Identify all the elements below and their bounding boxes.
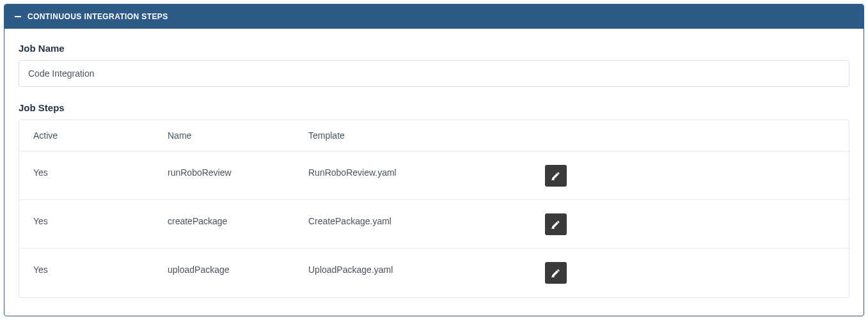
table-row: Yes uploadPackage UploadPackage.yaml [19, 249, 849, 297]
edit-button[interactable] [545, 262, 567, 284]
cell-name: runRoboReview [154, 156, 294, 196]
col-header-actions [531, 125, 849, 146]
col-header-name: Name [154, 120, 294, 151]
svg-rect-0 [15, 16, 21, 17]
cell-template: CreatePackage.yaml [294, 204, 531, 244]
job-steps-table: Active Name Template Yes runRoboReview R… [19, 120, 849, 298]
ci-steps-panel: CONTINUOUS INTEGRATION STEPS Job Name Jo… [4, 4, 864, 316]
col-header-active: Active [19, 120, 154, 151]
edit-button[interactable] [545, 213, 567, 235]
panel-body: Job Name Job Steps Active Name Template … [4, 29, 864, 316]
job-steps-label: Job Steps [19, 102, 849, 113]
panel-title: CONTINUOUS INTEGRATION STEPS [28, 12, 168, 21]
panel-header[interactable]: CONTINUOUS INTEGRATION STEPS [4, 4, 864, 29]
edit-button[interactable] [545, 165, 567, 187]
cell-active: Yes [19, 156, 154, 196]
minus-icon [15, 13, 21, 20]
cell-name: uploadPackage [154, 253, 294, 293]
table-row: Yes runRoboReview RunRoboReview.yaml [19, 151, 849, 200]
cell-actions [531, 156, 849, 196]
job-name-input[interactable] [19, 60, 849, 87]
cell-actions [531, 253, 849, 293]
table-row: Yes createPackage CreatePackage.yaml [19, 200, 849, 249]
edit-icon [551, 268, 560, 277]
cell-active: Yes [19, 253, 154, 293]
edit-icon [551, 171, 560, 180]
cell-template: RunRoboReview.yaml [294, 156, 531, 196]
cell-actions [531, 204, 849, 244]
cell-name: createPackage [154, 204, 294, 244]
col-header-template: Template [294, 120, 531, 151]
table-header-row: Active Name Template [19, 120, 849, 151]
edit-icon [551, 220, 560, 229]
cell-template: UploadPackage.yaml [294, 253, 531, 293]
job-name-label: Job Name [19, 43, 849, 54]
cell-active: Yes [19, 204, 154, 244]
